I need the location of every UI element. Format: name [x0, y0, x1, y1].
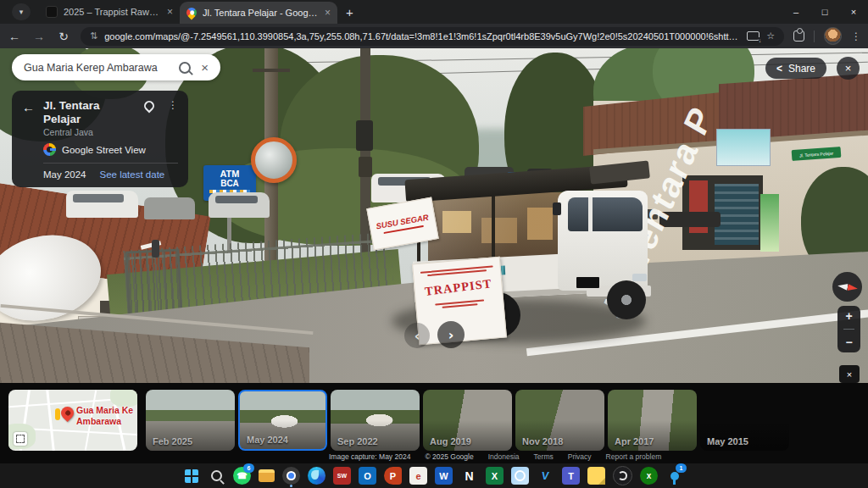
tab-close-icon[interactable]: × — [325, 7, 331, 19]
signal-box — [356, 120, 373, 151]
timeline-thumbnail-label: Apr 2017 — [615, 436, 654, 446]
maximize-button[interactable]: □ — [810, 7, 839, 17]
solidworks-icon[interactable] — [333, 467, 351, 485]
maps-search-box[interactable]: Gua Maria Kerep Ambarawa × — [12, 54, 220, 80]
new-tab-button[interactable]: + — [346, 5, 353, 19]
tab-search-button[interactable]: ▾ — [12, 3, 31, 20]
timeline-thumbnail[interactable]: Apr 2017 — [608, 390, 697, 451]
dark-circle-app-icon[interactable] — [613, 466, 632, 485]
time-travel-bar: Gua Maria Ke Ambarawa Feb 2025May 2024Se… — [0, 383, 868, 463]
close-timeline-button[interactable]: × — [839, 365, 860, 383]
close-window-button[interactable]: × — [839, 7, 868, 17]
start-icon[interactable] — [185, 469, 198, 483]
zoom-divider — [843, 329, 854, 330]
red-white-app-icon[interactable] — [409, 467, 427, 485]
street-view-panorama[interactable]: Jl. Tentara Pelajar ATM BCA — [0, 48, 868, 463]
car-windows — [215, 196, 258, 203]
browser-toolbar: ← → ↻ ⇅ google.com/maps/@-7.2549561,110.… — [0, 24, 868, 48]
map-road — [46, 390, 55, 451]
reload-icon[interactable]: ↻ — [56, 30, 71, 43]
copyright-text: © 2025 Google — [425, 452, 473, 461]
minimap[interactable]: Gua Maria Ke Ambarawa — [8, 390, 137, 451]
pano-next-arrow[interactable]: › — [437, 321, 465, 348]
pegman-icon[interactable] — [55, 408, 60, 420]
profile-avatar[interactable] — [824, 27, 842, 45]
clear-search-icon[interactable]: × — [201, 60, 209, 75]
tab-title: Jl. Tentara Pelajar - Google Map — [203, 8, 319, 18]
chrome-icon[interactable] — [282, 467, 300, 485]
timeline-thumbnail[interactable]: Sep 2022 — [331, 390, 420, 451]
tab-google-maps[interactable]: Jl. Tentara Pelajar - Google Map × — [180, 2, 337, 24]
pedestrian — [152, 240, 159, 258]
zoom-out-button[interactable]: − — [845, 336, 852, 349]
outlook-icon[interactable] — [359, 467, 376, 485]
timeline-thumbnail[interactable]: May 2024 — [238, 390, 327, 451]
zoom-control: + − — [837, 306, 860, 352]
tab-close-icon[interactable]: × — [167, 6, 173, 18]
see-latest-date-link[interactable]: See latest date — [100, 169, 165, 180]
minimize-button[interactable]: – — [782, 7, 810, 17]
zoom-in-button[interactable]: + — [845, 309, 852, 323]
share-button[interactable]: < Share — [765, 58, 826, 79]
file-explorer-icon[interactable] — [259, 469, 275, 482]
site-info-icon[interactable]: ⇅ — [90, 30, 97, 42]
image-capture-text: Image capture: May 2024 — [329, 452, 410, 461]
xbox-icon[interactable] — [640, 467, 658, 485]
side-mirror — [553, 202, 561, 215]
url-text[interactable]: google.com/maps/@-7.2549561,110.3990854,… — [104, 31, 740, 42]
back-arrow-icon[interactable]: ← — [22, 100, 35, 114]
bookmark-star-icon[interactable]: ☆ — [766, 30, 775, 42]
extensions-icon[interactable] — [793, 30, 804, 42]
taskbar-search-icon[interactable] — [208, 467, 225, 485]
address-bar[interactable]: ⇅ google.com/maps/@-7.2549561,110.399085… — [81, 27, 784, 46]
teams-icon[interactable] — [562, 467, 580, 485]
close-street-view-button[interactable]: × — [837, 57, 860, 80]
notion-icon[interactable] — [460, 467, 478, 485]
word-icon[interactable] — [435, 467, 453, 485]
timeline-thumbnail-label: Aug 2019 — [430, 436, 471, 446]
search-input[interactable]: Gua Maria Kerep Ambarawa — [24, 62, 169, 74]
key-app-icon[interactable]: 1 — [665, 467, 683, 485]
notification-badge: 1 — [676, 463, 687, 473]
timeline-thumbnail[interactable]: Feb 2025 — [146, 390, 235, 451]
cab-pillar — [588, 197, 593, 231]
whatsapp-icon[interactable]: 6 — [233, 467, 251, 485]
timeline-thumbnail-label: Feb 2025 — [153, 436, 192, 446]
vscode-icon[interactable] — [537, 467, 554, 485]
timeline-thumbnail[interactable]: Nov 2018 — [515, 390, 604, 451]
forward-icon[interactable]: → — [31, 30, 47, 43]
atm-sign-text: ATM — [203, 169, 256, 179]
windows-taskbar: 61 ∧ 7:28 PM 5/1/2025 — [0, 463, 868, 488]
excel-icon[interactable] — [486, 467, 504, 485]
footer-link[interactable]: Terms — [534, 452, 554, 461]
send-to-device-icon[interactable] — [747, 31, 760, 41]
search-icon[interactable] — [179, 62, 191, 74]
panel-menu-icon[interactable]: ⋮ — [168, 99, 178, 111]
location-title: Jl. Tentara Pelajar — [43, 99, 136, 126]
timeline-thumbnail[interactable]: May 2015 — [700, 390, 789, 451]
maps-pin-favicon — [185, 6, 199, 20]
convex-traffic-mirror — [251, 137, 297, 183]
footer-link[interactable]: Indonesia — [488, 452, 520, 461]
capture-date: May 2024 — [43, 169, 86, 180]
powerpoint-icon[interactable] — [384, 467, 402, 485]
timeline-thumbnail[interactable]: Aug 2019 — [423, 390, 512, 451]
edge-icon[interactable] — [308, 467, 326, 485]
map-green-area — [110, 390, 137, 407]
photos-app-icon[interactable] — [511, 467, 529, 485]
pano-prev-arrow[interactable]: ‹ — [404, 323, 430, 348]
browser-menu-icon[interactable]: ⋮ — [851, 30, 861, 42]
back-icon[interactable]: ← — [7, 30, 22, 43]
windshield — [568, 197, 643, 231]
front-wheel — [607, 280, 646, 319]
expand-map-icon[interactable] — [14, 432, 27, 446]
toolbar-divider — [814, 30, 815, 42]
tab-trappist[interactable]: 2025 – Trappist Rawaseneng × — [39, 0, 180, 24]
share-icon: < — [776, 63, 782, 75]
footer-link[interactable]: Report a problem — [606, 452, 662, 461]
compass-control[interactable] — [832, 272, 862, 302]
location-pin-icon[interactable] — [142, 99, 157, 114]
sticky-notes-icon[interactable] — [587, 467, 605, 485]
map-pin-icon — [58, 404, 76, 422]
footer-link[interactable]: Privacy — [568, 452, 592, 461]
